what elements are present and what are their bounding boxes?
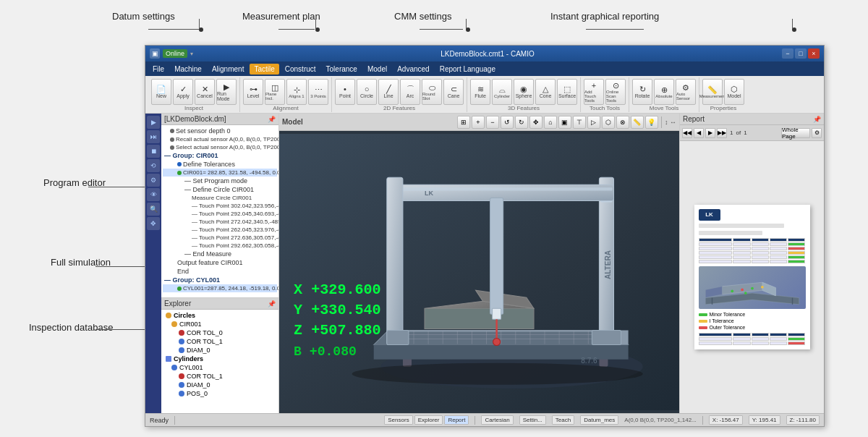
report-next-page[interactable]: ▶ <box>705 128 715 138</box>
model-light[interactable]: 💡 <box>645 116 658 129</box>
align-button[interactable]: ⊹ Aligns 1 <box>286 79 307 105</box>
stop-icon[interactable]: ⏹ <box>147 145 160 158</box>
model-iso[interactable]: ⬡ <box>602 116 615 129</box>
sensors-tab[interactable]: Sensors <box>384 415 412 425</box>
report-view-area[interactable]: LK <box>680 141 824 413</box>
teach-status[interactable]: Teach <box>552 415 574 425</box>
report-settings-gear[interactable]: ⚙ <box>812 128 822 138</box>
panel-size-control[interactable]: ↕ ↔ <box>665 119 676 126</box>
plane-incl-button[interactable]: ◫ Plane Incl. <box>265 79 285 105</box>
online-scan-button[interactable]: ⊙ Online Scan Tools <box>605 79 626 105</box>
menu-report[interactable]: Report Language <box>435 64 500 75</box>
menu-model[interactable]: Model <box>363 64 391 75</box>
round-slot-button[interactable]: ⬭ Round Slot <box>422 79 442 105</box>
explorer-tree[interactable]: Circles CIR001 COR TOL_0 <box>161 310 278 413</box>
menu-construct[interactable]: Construct <box>281 64 320 75</box>
cancel-button[interactable]: ✕ Cancel <box>195 79 215 105</box>
program-tree[interactable]: Set sensor depth 0 Recall actual sensor … <box>161 125 278 297</box>
model-rotate-right[interactable]: ↻ <box>515 116 528 129</box>
line-button[interactable]: ╱ Line <box>378 79 399 105</box>
model-pan[interactable]: ✥ <box>529 116 542 129</box>
explorer-pin-icon[interactable]: 📌 <box>268 300 276 307</box>
tree-dot <box>170 145 174 150</box>
report-first-page[interactable]: ◀◀ <box>682 128 692 138</box>
menu-tactile[interactable]: Tactile <box>250 64 278 75</box>
model-zoom-fit[interactable]: ⊞ <box>457 116 470 129</box>
explorer-cyl-cortol1[interactable]: COR TOL_1 <box>163 372 277 381</box>
model-section[interactable]: ⊗ <box>616 116 629 129</box>
tree-item-highlighted[interactable]: CIR001= 282.85, 321.58, -494.58, 0.00, 0… <box>163 169 277 177</box>
report-tab[interactable]: Report <box>444 415 469 425</box>
report-prev-page[interactable]: ◀ <box>694 128 704 138</box>
menu-alignment[interactable]: Alignment <box>208 64 248 75</box>
left-panel: ▶ ⏭ ⏹ ⟲ ⚙ 👁 🔍 ✥ [LKDemoBlock.dm] 📌 <box>145 114 279 413</box>
menu-file[interactable]: File <box>148 64 169 75</box>
maximize-button[interactable]: □ <box>795 48 807 59</box>
panel-pin-icon[interactable]: 📌 <box>268 116 276 123</box>
cartesian-status[interactable]: Cartesian <box>481 415 513 425</box>
report-pin-icon[interactable]: 📌 <box>813 116 821 123</box>
explorer-cylinders-folder[interactable]: Cylinders <box>163 355 277 363</box>
cone-button[interactable]: △ Cone <box>535 79 556 105</box>
menu-machine[interactable]: Machine <box>170 64 206 75</box>
view-icon[interactable]: 👁 <box>147 188 160 201</box>
arc-button[interactable]: ⌒ Arc <box>400 79 420 105</box>
model-top[interactable]: ⊤ <box>573 116 586 129</box>
explorer-circles-folder[interactable]: Circles <box>163 311 277 320</box>
model-zoom-out[interactable]: − <box>486 116 499 129</box>
rotate-button[interactable]: ↻ Rotate <box>632 79 652 105</box>
cell-1-2 <box>733 242 750 246</box>
pan-icon[interactable]: ✥ <box>147 217 160 230</box>
explorer-cyl-diam0[interactable]: DIAM_0 <box>163 381 277 389</box>
zoom-icon[interactable]: 🔍 <box>147 203 160 216</box>
report-zoom-button[interactable]: Whole Page <box>781 128 810 138</box>
explorer-cortol0[interactable]: COR TOL_0 <box>163 328 277 337</box>
model-rotate-left[interactable]: ↺ <box>501 116 514 129</box>
menu-tolerance[interactable]: Tolerance <box>322 64 362 75</box>
minimize-button[interactable]: − <box>782 48 793 59</box>
legend-item-minor: Minor Tolerance <box>699 312 806 317</box>
explorer-cyl001[interactable]: CYL001 <box>163 363 277 372</box>
add-touch-button[interactable]: + Add Touch Tools <box>584 79 604 105</box>
explorer-cir001[interactable]: CIR001 <box>163 320 277 328</box>
cane-button[interactable]: ⊂ Cane <box>443 79 464 105</box>
model-measure[interactable]: 📏 <box>631 116 644 129</box>
menu-advanced[interactable]: Advanced <box>393 64 433 75</box>
absolute-button[interactable]: ⊕ Absolute <box>654 79 674 105</box>
cylinder-button[interactable]: ⌓ Cylinder <box>492 79 512 105</box>
model-button[interactable]: ⬡ Model <box>724 79 744 105</box>
close-button[interactable]: × <box>808 48 820 59</box>
tree-item-highlighted-2[interactable]: CYL001=287.85, 244.18, -519.18, 0.00, 0. <box>163 284 277 292</box>
explorer-cortol1[interactable]: COR TOL_1 <box>163 337 277 346</box>
settings-icon[interactable]: ⚙ <box>147 174 160 187</box>
title-dropdown[interactable]: ▾ <box>190 51 193 57</box>
model-home[interactable]: ⌂ <box>544 116 557 129</box>
explorer-diam0[interactable]: DIAM_0 <box>163 346 277 355</box>
play-icon[interactable]: ▶ <box>147 116 160 129</box>
model-zoom-in[interactable]: + <box>472 116 485 129</box>
model-view[interactable]: ALTERA LK 8.7.6 X +329.600 Y +330.540 Z … <box>279 131 679 413</box>
model-right[interactable]: ▷ <box>587 116 600 129</box>
run-mode-button[interactable]: ▶ Run Mode <box>216 79 237 105</box>
datum-status[interactable]: Datum_mes <box>580 415 618 425</box>
surface-button[interactable]: ⬚ Surface <box>557 79 577 105</box>
step-icon[interactable]: ⏭ <box>147 130 160 143</box>
sphere-button[interactable]: ◉ Sphere <box>514 79 534 105</box>
circle-button[interactable]: ○ Circle <box>357 79 377 105</box>
apply-button[interactable]: ✓ Apply <box>173 79 193 105</box>
model-front[interactable]: ▣ <box>558 116 571 129</box>
flute-button[interactable]: ≋ Flute <box>470 79 490 105</box>
report-last-page[interactable]: ▶▶ <box>717 128 727 138</box>
reset-icon[interactable]: ⟲ <box>147 159 160 172</box>
point-button[interactable]: • Point <box>335 79 355 105</box>
settings-status[interactable]: Settin... <box>519 415 546 425</box>
auto-sensor-button[interactable]: ⚙ Auto Sensor <box>676 79 696 105</box>
measurement-button[interactable]: 📏 Measurement <box>702 79 723 105</box>
level-button[interactable]: ⊶ Level <box>243 79 263 105</box>
three-points-button[interactable]: ⋯ 3 Points <box>308 79 328 105</box>
window-title: LKDemoBlock.cmt1 - CAMIO <box>441 50 534 58</box>
explorer-tab[interactable]: Explorer <box>414 415 443 425</box>
explorer-pos0[interactable]: POS_0 <box>163 389 277 398</box>
alignment-label: Alignment <box>273 105 299 111</box>
new-button[interactable]: 📄 New <box>151 79 171 105</box>
